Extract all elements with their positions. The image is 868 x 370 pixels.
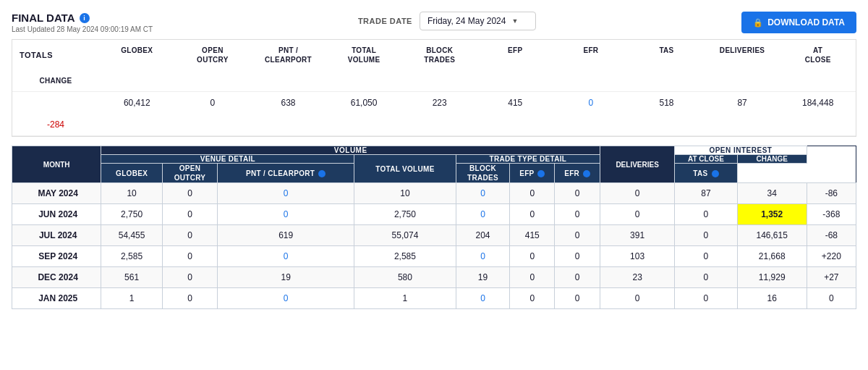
th-trade-type-detail: TRADE TYPE DETAIL <box>456 155 600 164</box>
last-updated-label: Last Updated 28 May 2024 09:00:19 AM CT <box>12 25 153 33</box>
month-cell: JAN 2025 <box>12 288 101 309</box>
total-volume-cell: 2,585 <box>354 246 456 267</box>
globex-cell: 1 <box>101 288 163 309</box>
open-outcry-cell: 0 <box>162 288 217 309</box>
totals-header-pnt-clearport: PNT /CLEARPORT <box>250 40 326 70</box>
totals-val-efp: 415 <box>477 92 553 114</box>
total-volume-cell: 2,750 <box>354 204 456 225</box>
tas-info-dot[interactable] <box>712 170 719 177</box>
totals-val-open-outcry: 0 <box>175 92 251 114</box>
tas-cell: 0 <box>600 183 675 204</box>
efr-cell: 0 <box>555 267 600 288</box>
at-close-cell: 34 <box>737 183 807 204</box>
table-row: JUL 2024 54,455 0 619 55,074 204 415 0 3… <box>12 225 856 246</box>
efp-info-dot[interactable] <box>537 170 545 177</box>
total-volume-cell: 55,074 <box>354 225 456 246</box>
pnt-clearport-cell: 19 <box>218 267 354 288</box>
table-row: DEC 2024 561 0 19 580 19 0 0 23 0 11,929… <box>12 267 856 288</box>
main-data-table: MONTH VOLUME DELIVERIES OPEN INTEREST VE… <box>12 146 856 309</box>
th-oi-change: CHANGE <box>737 155 807 164</box>
totals-val-block-trades: 223 <box>401 92 477 114</box>
tas-cell: 103 <box>600 246 675 267</box>
globex-cell: 2,750 <box>101 204 163 225</box>
efp-cell: 0 <box>510 246 555 267</box>
change-cell: -368 <box>807 204 856 225</box>
th-open-interest: OPEN INTEREST <box>675 146 807 155</box>
th-block-trades: BLOCKTRADES <box>456 164 510 183</box>
efp-cell: 0 <box>510 267 555 288</box>
deliveries-cell: 0 <box>675 225 738 246</box>
block-trades-cell: 19 <box>456 267 510 288</box>
block-trades-cell: 0 <box>456 204 510 225</box>
info-icon[interactable]: i <box>80 13 90 23</box>
tas-cell: 23 <box>600 267 675 288</box>
page-title: FINAL DATA <box>12 12 75 24</box>
deliveries-cell: 0 <box>675 246 738 267</box>
efp-cell: 0 <box>510 204 555 225</box>
totals-header-globex: GLOBEX <box>99 40 175 70</box>
totals-val-pnt: 638 <box>250 92 326 114</box>
chevron-down-icon: ▼ <box>511 17 518 25</box>
open-outcry-cell: 0 <box>162 267 217 288</box>
trade-date-dropdown[interactable]: Friday, 24 May 2024 ▼ <box>420 12 536 30</box>
change-cell: -68 <box>807 225 856 246</box>
table-row: SEP 2024 2,585 0 0 2,585 0 0 0 103 0 21,… <box>12 246 856 267</box>
totals-header-efp: EFP <box>477 40 553 70</box>
efr-cell: 0 <box>555 183 600 204</box>
download-button[interactable]: 🔒 DOWNLOAD DATA <box>741 12 856 33</box>
block-trades-cell: 0 <box>456 246 510 267</box>
deliveries-cell: 0 <box>675 267 738 288</box>
pnt-clearport-cell: 0 <box>218 246 354 267</box>
pnt-clearport-cell: 0 <box>218 288 354 309</box>
totals-val-efr: 0 <box>553 92 629 114</box>
total-volume-cell: 1 <box>354 288 456 309</box>
tas-cell: 0 <box>600 288 675 309</box>
totals-val-change: -284 <box>12 114 99 135</box>
table-row: JUN 2024 2,750 0 0 2,750 0 0 0 0 0 1,352… <box>12 204 856 225</box>
th-oi-at-close: AT CLOSE <box>675 155 738 164</box>
open-outcry-cell: 0 <box>162 246 217 267</box>
th-efp: EFP <box>510 164 555 183</box>
block-trades-cell: 204 <box>456 225 510 246</box>
efr-info-dot[interactable] <box>583 170 590 177</box>
globex-cell: 54,455 <box>101 225 163 246</box>
lock-icon: 🔒 <box>753 18 763 28</box>
block-trades-cell: 0 <box>456 288 510 309</box>
pnt-info-dot[interactable] <box>318 170 326 177</box>
download-button-label: DOWNLOAD DATA <box>767 17 845 28</box>
at-close-cell: 11,929 <box>737 267 807 288</box>
totals-val-globex: 60,412 <box>99 92 175 114</box>
pnt-clearport-cell: 0 <box>218 204 354 225</box>
totals-val-total-volume: 61,050 <box>326 92 402 114</box>
totals-header-tas: TAS <box>629 40 705 70</box>
th-deliveries: DELIVERIES <box>600 146 675 183</box>
th-total-volume: TOTAL VOLUME <box>354 155 456 183</box>
at-close-cell: 21,668 <box>737 246 807 267</box>
efr-cell: 0 <box>555 204 600 225</box>
tas-cell: 391 <box>600 225 675 246</box>
totals-header-change: CHANGE <box>12 70 99 91</box>
efr-cell: 0 <box>555 246 600 267</box>
month-cell: JUN 2024 <box>12 204 101 225</box>
th-efr: EFR <box>555 164 600 183</box>
at-close-cell: 146,615 <box>737 225 807 246</box>
th-venue-detail: VENUE DETAIL <box>101 155 354 164</box>
change-cell: -86 <box>807 183 856 204</box>
globex-cell: 10 <box>101 183 163 204</box>
th-globex: GLOBEX <box>101 164 163 183</box>
efr-cell: 0 <box>555 288 600 309</box>
change-cell: +27 <box>807 267 856 288</box>
tas-cell: 0 <box>600 204 675 225</box>
efr-cell: 0 <box>555 225 600 246</box>
th-tas: TAS <box>675 164 738 183</box>
totals-val-deliveries: 87 <box>705 92 780 114</box>
change-cell: +220 <box>807 246 856 267</box>
globex-cell: 561 <box>101 267 163 288</box>
deliveries-cell: 0 <box>675 288 738 309</box>
efp-cell: 0 <box>510 288 555 309</box>
pnt-clearport-cell: 619 <box>218 225 354 246</box>
month-cell: MAY 2024 <box>12 183 101 204</box>
month-cell: SEP 2024 <box>12 246 101 267</box>
th-month: MONTH <box>12 146 101 183</box>
totals-header-efr: EFR <box>553 40 629 70</box>
